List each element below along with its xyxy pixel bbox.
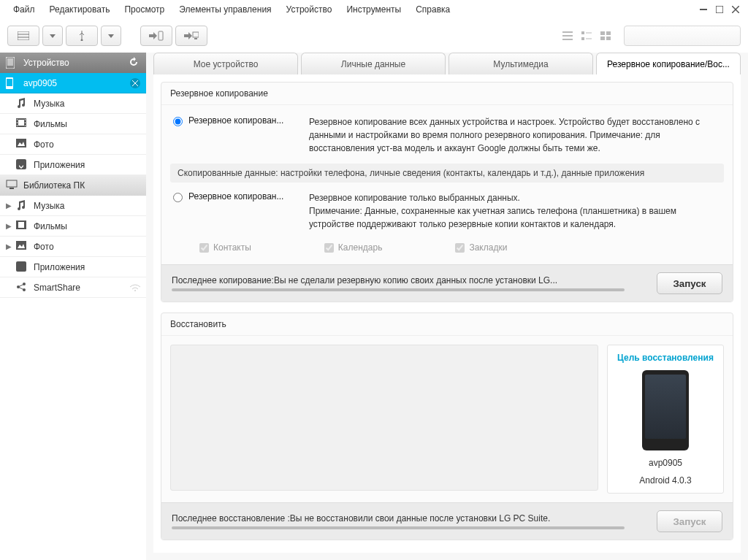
- backup-selected-desc: Резервное копирование только выбранных д…: [309, 191, 724, 231]
- tab-multimedia[interactable]: Мультимедиа: [449, 53, 593, 74]
- backup-full-radio[interactable]: [173, 117, 183, 126]
- apps-icon: [16, 261, 28, 273]
- sidebar-lib-apps[interactable]: ▶Приложения: [0, 257, 146, 277]
- film-icon: [16, 118, 28, 130]
- sidebar-lib-movies[interactable]: ▶Фильмы: [0, 216, 146, 237]
- backup-progress: [172, 288, 625, 291]
- sidebar-item-movies[interactable]: Фильмы: [0, 114, 146, 134]
- sidebar: Устройство avp0905 Музыка Фильмы Фото Пр…: [0, 53, 146, 560]
- backup-full-label: Резервное копирован...: [188, 115, 283, 126]
- backup-checks: Контакты Календарь Закладки: [170, 237, 724, 256]
- menu-help[interactable]: Справка: [408, 2, 457, 17]
- menu-view[interactable]: Просмотр: [117, 2, 172, 17]
- sidebar-lib-photo[interactable]: ▶Фото: [0, 237, 146, 257]
- library-button[interactable]: [7, 26, 39, 46]
- search-input[interactable]: [624, 26, 741, 46]
- sidebar-lib-music[interactable]: ▶Музыка: [0, 196, 146, 216]
- menubar: Файл Редактировать Просмотр Элементы упр…: [0, 0, 748, 19]
- backup-group: Резервное копирование Резервное копирова…: [161, 82, 733, 302]
- copied-data-note: Скопированные данные: настройки телефона…: [170, 164, 724, 183]
- check-contacts[interactable]: Контакты: [199, 242, 251, 253]
- sidebar-item-music[interactable]: Музыка: [0, 93, 146, 114]
- sync-to-pc-button[interactable]: [175, 26, 207, 46]
- restore-progress: [172, 526, 625, 529]
- chevron-right-icon: ▶: [6, 222, 13, 230]
- menu-controls[interactable]: Элементы управления: [172, 2, 278, 17]
- svg-marker-7: [50, 34, 56, 38]
- svg-rect-33: [18, 120, 24, 126]
- svg-marker-12: [184, 32, 192, 39]
- sidebar-device-title: Устройство: [23, 58, 69, 68]
- sidebar-item-photo[interactable]: Фото: [0, 134, 146, 155]
- restore-device-os: Android 4.0.3: [639, 475, 691, 486]
- content-area: Мое устройство Личные данные Мультимедиа…: [146, 53, 748, 560]
- menu-edit[interactable]: Редактировать: [42, 2, 118, 17]
- last-backup-text: Последнее копирование:Вы не сделали резе…: [172, 275, 657, 285]
- usb-button[interactable]: [66, 26, 98, 46]
- apps-icon: [16, 159, 28, 171]
- usb-dropdown[interactable]: [101, 26, 121, 46]
- view-list-icon[interactable]: [560, 28, 576, 44]
- svg-rect-23: [606, 31, 611, 35]
- svg-rect-4: [18, 31, 29, 40]
- svg-point-37: [25, 119, 26, 120]
- menu-device[interactable]: Устройство: [279, 2, 340, 17]
- svg-point-38: [25, 122, 26, 123]
- svg-rect-18: [581, 31, 584, 34]
- tab-my-device[interactable]: Мое устройство: [153, 53, 298, 74]
- sidebar-lib-smartshare[interactable]: ▶SmartShare: [0, 277, 146, 298]
- photo-icon: [16, 139, 28, 150]
- svg-rect-22: [600, 31, 605, 35]
- svg-line-54: [18, 284, 24, 287]
- svg-marker-9: [108, 34, 114, 38]
- eject-device-icon[interactable]: [130, 78, 140, 88]
- sync-to-device-button[interactable]: [140, 26, 172, 46]
- svg-rect-1: [716, 6, 723, 13]
- svg-rect-25: [606, 37, 611, 40]
- close-icon[interactable]: [729, 4, 742, 15]
- sidebar-library-title: Библиотека ПК: [23, 180, 85, 191]
- view-grid-icon[interactable]: [598, 28, 614, 44]
- svg-rect-40: [16, 139, 26, 147]
- film-icon: [16, 220, 28, 232]
- svg-rect-27: [7, 58, 13, 66]
- sidebar-connected-device[interactable]: avp0905: [0, 73, 146, 93]
- backup-selected-label: Резервное копирован...: [188, 191, 283, 202]
- chevron-right-icon: ▶: [6, 202, 13, 210]
- sidebar-device-header: Устройство: [0, 53, 146, 73]
- svg-rect-48: [16, 241, 26, 250]
- restore-target-panel: Цель восстановления avp0905 Android 4.0.…: [607, 345, 724, 494]
- svg-rect-45: [9, 188, 14, 189]
- restore-list-area: [170, 345, 598, 491]
- music-icon: [16, 200, 28, 212]
- svg-point-34: [17, 119, 18, 120]
- menu-tools[interactable]: Инструменты: [339, 2, 408, 17]
- backup-full-desc: Резервное копирование всех данных устрой…: [309, 115, 724, 155]
- check-bookmarks[interactable]: Закладки: [455, 242, 507, 253]
- svg-marker-10: [149, 32, 157, 39]
- refresh-icon[interactable]: [129, 57, 140, 69]
- sidebar-library-header: Библиотека ПК: [0, 175, 146, 196]
- library-dropdown[interactable]: [42, 26, 63, 46]
- music-icon: [16, 98, 28, 110]
- backup-run-button[interactable]: Запуск: [657, 272, 722, 294]
- backup-action-row: Последнее копирование:Вы не сделали резе…: [161, 264, 733, 302]
- svg-rect-19: [581, 37, 584, 40]
- restore-run-button[interactable]: Запуск: [657, 510, 722, 532]
- backup-selected-radio[interactable]: [173, 193, 183, 202]
- restore-group: Восстановить Цель восстановления avp0905…: [161, 312, 733, 540]
- sidebar-item-apps[interactable]: Приложения: [0, 155, 146, 175]
- tab-backup-restore[interactable]: Резервное копирование/Вос...: [596, 53, 741, 74]
- check-calendar[interactable]: Календарь: [324, 242, 383, 253]
- minimize-icon[interactable]: [697, 4, 710, 15]
- tab-personal-data[interactable]: Личные данные: [301, 53, 446, 74]
- menu-file[interactable]: Файл: [6, 2, 42, 17]
- smartshare-icon: [16, 282, 28, 294]
- backup-group-title: Резервное копирование: [161, 83, 733, 105]
- svg-point-35: [17, 122, 18, 123]
- tabs: Мое устройство Личные данные Мультимедиа…: [146, 53, 748, 74]
- maximize-icon[interactable]: [713, 4, 726, 15]
- svg-point-36: [17, 125, 18, 126]
- view-detail-icon[interactable]: [579, 28, 595, 44]
- svg-point-39: [25, 125, 26, 126]
